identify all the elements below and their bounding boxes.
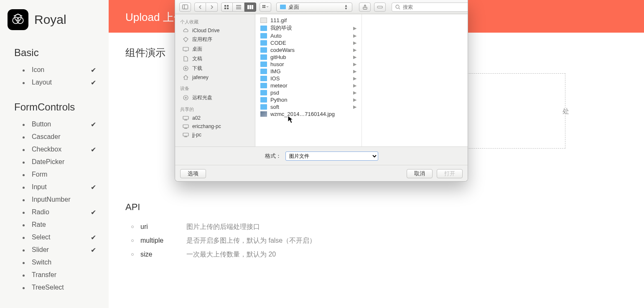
tags-button[interactable]: [374, 3, 386, 12]
file-name: 111.gif: [270, 17, 356, 23]
finder-sidebar-item[interactable]: 桌面: [175, 44, 255, 54]
file-row[interactable]: soft▶: [255, 103, 361, 110]
chevron-right-icon: ▶: [353, 76, 356, 81]
api-heading: API: [125, 202, 627, 213]
finder-footer: 选项 取消 打开: [175, 165, 468, 182]
file-row[interactable]: IMG▶: [255, 68, 361, 75]
nav-item-treeselect[interactable]: TreeSelect: [23, 281, 96, 294]
finder-sidebar-item-label: iCloud Drive: [192, 28, 219, 33]
svg-rect-33: [184, 136, 187, 137]
file-name: Python: [270, 97, 350, 103]
path-label: 桌面: [288, 3, 341, 11]
finder-sidebar-item[interactable]: a02: [175, 114, 255, 122]
nav-item-cascader[interactable]: Cascader: [23, 131, 96, 143]
svg-rect-15: [262, 5, 264, 6]
finder-sidebar-item-label: 桌面: [192, 46, 202, 53]
options-button[interactable]: 选项: [180, 169, 206, 178]
file-row[interactable]: gitHub▶: [255, 54, 361, 61]
nav-item-button[interactable]: Button✔: [23, 118, 96, 131]
file-row[interactable]: wzmc_2014…7160144.jpg: [255, 110, 361, 118]
file-row[interactable]: husor▶: [255, 61, 361, 68]
search-box[interactable]: [392, 3, 468, 12]
sidebar-section-favorites: 个人收藏: [175, 18, 255, 26]
finder-sidebar-item[interactable]: 文稿: [175, 54, 255, 64]
file-list-column[interactable]: 111.gif我的毕设▶Auto▶CODE▶codeWars▶gitHub▶hu…: [255, 14, 361, 146]
finder-sidebar-item[interactable]: 应用程序: [175, 35, 255, 44]
file-row[interactable]: IOS▶: [255, 75, 361, 82]
nav-item-label: Input: [32, 183, 47, 190]
file-name: IMG: [270, 68, 350, 74]
file-row[interactable]: psd▶: [255, 89, 361, 96]
nav-item-inputnumber[interactable]: InputNumber: [23, 193, 96, 206]
api-key: size: [140, 251, 186, 258]
nav-item-slider[interactable]: Slider✔: [23, 244, 96, 256]
finder-sidebar-item[interactable]: iCloud Drive: [175, 26, 255, 35]
stepper-icon: ▲▼: [344, 4, 349, 10]
finder-sidebar-item[interactable]: jafeney: [175, 73, 255, 82]
file-row[interactable]: 我的毕设▶: [255, 24, 361, 32]
nav-item-input[interactable]: Input✔: [23, 181, 96, 193]
view-list-button[interactable]: [233, 3, 244, 12]
chevron-right-icon: ▶: [353, 69, 356, 74]
nav-item-checkbox[interactable]: Checkbox✔: [23, 143, 96, 156]
sidebar-toggle-button[interactable]: [179, 3, 191, 12]
file-name: codeWars: [270, 47, 350, 53]
nav-item-label: Radio: [32, 208, 49, 216]
chevron-right-icon: ▶: [353, 83, 356, 88]
nav-item-switch[interactable]: Switch: [23, 256, 96, 269]
file-row[interactable]: CODE▶: [255, 39, 361, 46]
file-row[interactable]: codeWars▶: [255, 46, 361, 54]
folder-icon: [260, 26, 267, 31]
view-icon-button[interactable]: [221, 3, 233, 12]
svg-rect-3: [183, 5, 188, 9]
finder-dialog: 桌面 ▲▼ 个人收藏 iCloud Drive应用程序桌面文稿下载jafeney…: [175, 0, 468, 182]
file-list-column-2[interactable]: [361, 14, 468, 146]
file-row[interactable]: Auto▶: [255, 32, 361, 39]
finder-sidebar-item-label: a02: [192, 115, 201, 121]
nav-item-label: Form: [32, 171, 47, 178]
file-name: gitHub: [270, 54, 350, 60]
folder-icon: [260, 76, 267, 81]
nav-item-icon[interactable]: Icon✔: [23, 64, 96, 76]
file-row[interactable]: 111.gif: [255, 17, 361, 24]
open-button[interactable]: 打开: [437, 169, 463, 178]
svg-rect-32: [183, 133, 188, 136]
folder-icon: [260, 54, 267, 60]
finder-sidebar-item[interactable]: 下载: [175, 64, 255, 73]
finder-sidebar-item[interactable]: 远程光盘: [175, 93, 255, 103]
file-row[interactable]: Python▶: [255, 96, 361, 103]
finder-sidebar-item[interactable]: jj-pc: [175, 131, 255, 139]
file-row[interactable]: meteor▶: [255, 82, 361, 89]
finder-sidebar-item-label: 文稿: [192, 55, 202, 62]
nav-item-form[interactable]: Form: [23, 168, 96, 181]
chevron-right-icon: ▶: [353, 104, 356, 110]
nav-item-label: TreeSelect: [32, 284, 64, 291]
svg-rect-5: [224, 5, 226, 7]
share-button[interactable]: [359, 3, 371, 12]
brand-logo-icon: [8, 9, 28, 30]
cancel-button[interactable]: 取消: [407, 169, 433, 178]
finder-sidebar-item[interactable]: ericzhang-pc: [175, 122, 255, 131]
upload-dropzone[interactable]: 处: [465, 73, 565, 149]
format-select[interactable]: 图片文件: [285, 151, 378, 161]
nav-back-button[interactable]: [194, 3, 206, 12]
format-row: 格式： 图片文件: [175, 146, 468, 165]
svg-point-27: [185, 97, 186, 98]
nav-item-layout[interactable]: Layout✔: [23, 76, 96, 89]
path-select[interactable]: 桌面 ▲▼: [276, 3, 352, 12]
arrange-button[interactable]: [260, 3, 271, 12]
nav-forward-button[interactable]: [206, 3, 218, 12]
nav-item-datepicker[interactable]: DatePicker: [23, 156, 96, 168]
nav-item-transfer[interactable]: Transfer: [23, 269, 96, 281]
nav-item-radio[interactable]: Radio✔: [23, 206, 96, 218]
svg-rect-18: [264, 7, 265, 8]
view-columns-button[interactable]: [244, 3, 256, 12]
file-name: 我的毕设: [270, 24, 350, 32]
nav-item-rate[interactable]: Rate: [23, 218, 96, 231]
svg-rect-17: [262, 7, 264, 8]
folder-icon: [280, 5, 286, 9]
check-icon: ✔: [91, 208, 96, 216]
svg-rect-29: [184, 120, 187, 121]
search-input[interactable]: [403, 4, 466, 10]
nav-item-select[interactable]: Select✔: [23, 231, 96, 244]
